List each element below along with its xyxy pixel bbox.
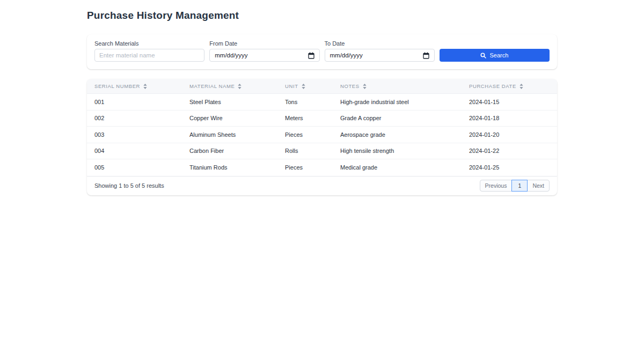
calendar-icon[interactable] <box>308 52 314 59</box>
search-input[interactable] <box>94 49 204 62</box>
cell-material: Copper Wire <box>182 115 277 121</box>
search-label: Search Materials <box>94 40 204 47</box>
cell-material: Titanium Rods <box>182 164 277 171</box>
from-date-input[interactable]: mm/dd/yyyy <box>209 49 319 62</box>
cell-serial: 005 <box>87 164 182 171</box>
cell-material: Steel Plates <box>182 99 277 105</box>
table-body: 001 Steel Plates Tons High-grade industr… <box>87 94 557 176</box>
cell-notes: High-grade industrial steel <box>333 99 462 105</box>
column-header-label: Purchase Date <box>469 83 516 89</box>
column-header-label: Serial Number <box>94 83 140 89</box>
cell-date: 2024-01-20 <box>462 131 557 138</box>
sort-updown-icon[interactable] <box>519 84 523 89</box>
column-header-label: Notes <box>340 83 360 89</box>
previous-page-button[interactable]: Previous <box>480 180 513 192</box>
column-header-label: Material Name <box>189 83 235 89</box>
column-header[interactable]: Serial Number <box>87 83 182 89</box>
purchase-history-table: Serial Number Material Name Unit Notes P… <box>87 79 557 195</box>
table-footer: Showing 1 to 5 of 5 results Previous 1 N… <box>87 176 557 195</box>
table-row[interactable]: 004 Carbon Fiber Rolls High tensile stre… <box>87 143 557 160</box>
cell-notes: Medical grade <box>333 164 462 171</box>
sort-updown-icon[interactable] <box>238 84 241 89</box>
cell-serial: 003 <box>87 131 182 138</box>
cell-serial: 002 <box>87 115 182 121</box>
column-header[interactable]: Purchase Date <box>462 83 557 89</box>
page-container: Purchase History Management Search Mater… <box>87 10 557 195</box>
cell-unit: Rolls <box>277 148 333 154</box>
cell-date: 2024-01-22 <box>462 148 557 154</box>
from-date-label: From Date <box>209 40 319 47</box>
current-page-button[interactable]: 1 <box>511 180 528 192</box>
search-button-label: Search <box>489 52 508 58</box>
column-header[interactable]: Material Name <box>182 83 277 89</box>
sort-updown-icon[interactable] <box>363 84 367 89</box>
cell-serial: 004 <box>87 148 182 154</box>
page-title: Purchase History Management <box>87 10 557 21</box>
column-header-label: Unit <box>285 83 298 89</box>
cell-serial: 001 <box>87 99 182 105</box>
to-date-label: To Date <box>325 40 435 47</box>
pagination: Previous 1 Next <box>480 180 550 192</box>
table-row[interactable]: 001 Steel Plates Tons High-grade industr… <box>87 94 557 111</box>
column-header[interactable]: Unit <box>277 83 333 89</box>
cell-unit: Meters <box>277 115 333 121</box>
table-row[interactable]: 003 Aluminum Sheets Pieces Aerospace gra… <box>87 127 557 143</box>
cell-unit: Tons <box>277 99 333 105</box>
search-icon <box>480 53 486 58</box>
cell-unit: Pieces <box>277 131 333 138</box>
search-button-group: Search <box>440 40 550 62</box>
table-header-row: Serial Number Material Name Unit Notes P… <box>87 79 557 94</box>
cell-unit: Pieces <box>277 164 333 171</box>
column-header[interactable]: Notes <box>333 83 462 89</box>
sort-updown-icon[interactable] <box>302 84 305 89</box>
search-button[interactable]: Search <box>440 49 550 62</box>
to-date-value: mm/dd/yyyy <box>330 52 363 58</box>
from-date-value: mm/dd/yyyy <box>215 52 247 58</box>
cell-date: 2024-01-18 <box>462 115 557 121</box>
cell-material: Carbon Fiber <box>182 148 277 154</box>
results-summary: Showing 1 to 5 of 5 results <box>94 182 164 189</box>
cell-date: 2024-01-25 <box>462 164 557 171</box>
next-page-button[interactable]: Next <box>527 180 550 192</box>
from-date-field-group: From Date mm/dd/yyyy <box>209 40 319 62</box>
cell-notes: Aerospace grade <box>333 131 462 138</box>
calendar-icon[interactable] <box>423 52 429 59</box>
cell-notes: High tensile strength <box>333 148 462 154</box>
cell-date: 2024-01-15 <box>462 99 557 105</box>
to-date-field-group: To Date mm/dd/yyyy <box>325 40 435 62</box>
filter-bar: Search Materials From Date mm/dd/yyyy To… <box>87 34 557 69</box>
sort-updown-icon[interactable] <box>143 84 147 89</box>
table-row[interactable]: 002 Copper Wire Meters Grade A copper 20… <box>87 111 557 127</box>
cell-notes: Grade A copper <box>333 115 462 121</box>
search-field-group: Search Materials <box>94 40 204 62</box>
table-row[interactable]: 005 Titanium Rods Pieces Medical grade 2… <box>87 159 557 176</box>
to-date-input[interactable]: mm/dd/yyyy <box>325 49 435 62</box>
cell-material: Aluminum Sheets <box>182 131 277 138</box>
